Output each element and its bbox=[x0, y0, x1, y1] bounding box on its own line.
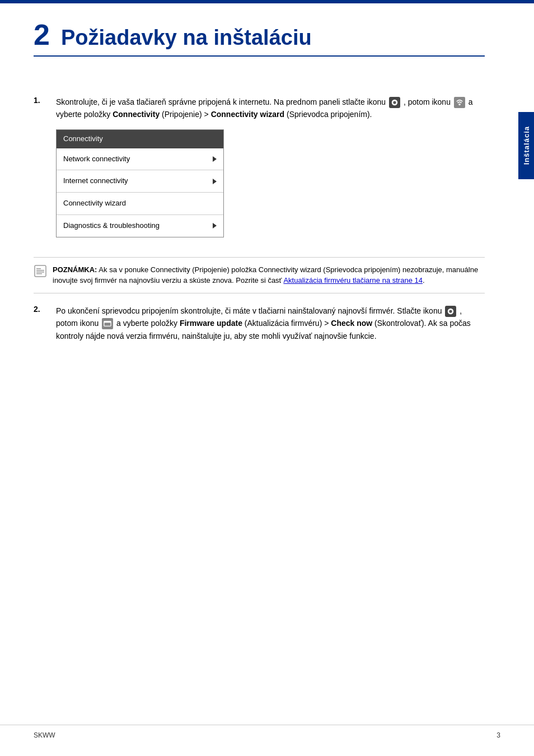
step-2-bold1: Firmware update bbox=[180, 319, 242, 328]
chapter-heading: 2 Požiadavky na inštaláciu bbox=[34, 20, 485, 57]
svg-point-2 bbox=[458, 104, 461, 106]
footer-left: SKWW bbox=[34, 731, 55, 739]
main-content: 2 Požiadavky na inštaláciu 1. Skontroluj… bbox=[0, 3, 518, 381]
step-2-text: Po ukončení sprievodcu pripojením skontr… bbox=[56, 305, 485, 342]
connectivity-menu-item-1-label: Internet connectivity bbox=[63, 175, 128, 187]
sidebar-tab: Inštalácia bbox=[518, 112, 534, 179]
chapter-number: 2 bbox=[34, 20, 50, 49]
svg-rect-7 bbox=[36, 273, 42, 274]
connectivity-menu-item-1: Internet connectivity bbox=[57, 170, 223, 193]
step-2: 2. Po ukončení sprievodcu pripojením sko… bbox=[34, 305, 485, 348]
step-2-update-icon bbox=[102, 318, 113, 329]
svg-point-1 bbox=[393, 101, 396, 104]
note-icon bbox=[34, 264, 47, 278]
sidebar-label: Inštalácia bbox=[522, 126, 531, 165]
connectivity-menu-item-2: Connectivity wizard bbox=[57, 193, 223, 215]
svg-rect-6 bbox=[36, 272, 44, 273]
page: Inštalácia 2 Požiadavky na inštaláciu 1.… bbox=[0, 0, 534, 756]
connectivity-menu-item-0: Network connectivity bbox=[57, 148, 223, 171]
connectivity-icon bbox=[454, 97, 465, 108]
svg-rect-3 bbox=[35, 265, 46, 277]
connectivity-menu-item-2-label: Connectivity wizard bbox=[63, 198, 126, 209]
step-2-content: Po ukončení sprievodcu pripojením skontr… bbox=[56, 305, 485, 348]
svg-rect-4 bbox=[36, 268, 41, 269]
connectivity-menu-item-1-arrow bbox=[213, 179, 217, 184]
chapter-title: Požiadavky na inštaláciu bbox=[61, 26, 312, 50]
step-1-number: 1. bbox=[34, 96, 50, 246]
connectivity-menu-header: Connectivity bbox=[57, 130, 223, 148]
note-link[interactable]: Aktualizácia firmvéru tlačiarne na stran… bbox=[283, 276, 423, 284]
note-label: POZNÁMKA: bbox=[53, 265, 97, 274]
content-body: 1. Skontrolujte, či je vaša tlačiareň sp… bbox=[34, 90, 485, 348]
step-1: 1. Skontrolujte, či je vaša tlačiareň sp… bbox=[34, 96, 485, 246]
connectivity-menu-item-3-arrow bbox=[213, 223, 217, 228]
step-2-bold2: Check now bbox=[331, 319, 372, 328]
step-1-bold2: Connectivity wizard bbox=[211, 110, 284, 119]
connectivity-menu-item-3: Diagnostics & troubleshooting bbox=[57, 215, 223, 237]
step-1-bold1: Connectivity bbox=[113, 110, 160, 119]
note-box: POZNÁMKA: Ak sa v ponuke Connectivity (P… bbox=[34, 257, 485, 293]
connectivity-menu-item-0-arrow bbox=[213, 156, 217, 162]
bottom-line bbox=[0, 725, 534, 725]
connectivity-menu-item-0-label: Network connectivity bbox=[63, 153, 130, 165]
connectivity-menu-box: Connectivity Network connectivity Intern… bbox=[56, 129, 224, 237]
step-1-content: Skontrolujte, či je vaša tlačiareň správ… bbox=[56, 96, 485, 246]
svg-rect-5 bbox=[36, 270, 44, 271]
svg-rect-11 bbox=[104, 321, 111, 323]
step-2-home-icon bbox=[445, 306, 456, 317]
connectivity-menu-item-3-label: Diagnostics & troubleshooting bbox=[63, 220, 160, 232]
footer-right: 3 bbox=[496, 731, 500, 739]
footer: SKWW 3 bbox=[34, 731, 500, 739]
note-period: . bbox=[423, 276, 425, 284]
note-content: POZNÁMKA: Ak sa v ponuke Connectivity (P… bbox=[53, 264, 485, 286]
step-1-text: Skontrolujte, či je vaša tlačiareň správ… bbox=[56, 96, 485, 121]
svg-point-9 bbox=[449, 310, 452, 312]
step-2-number: 2. bbox=[34, 305, 50, 348]
home-icon bbox=[389, 97, 400, 108]
